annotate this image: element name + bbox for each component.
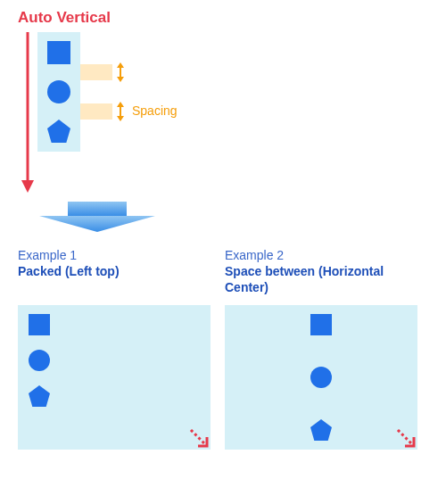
- svg-marker-3: [117, 62, 124, 68]
- svg-marker-9: [39, 216, 155, 232]
- example-title: Packed (Left top): [18, 264, 211, 296]
- svg-marker-6: [117, 102, 124, 107]
- pentagon-shape-icon: [47, 120, 70, 143]
- spacing-arrow-icon: [114, 62, 127, 82]
- top-diagram: Spacing: [18, 32, 428, 193]
- example-title: Space between (Horizontal Center): [225, 264, 417, 296]
- vertical-auto-box: [37, 32, 80, 152]
- svg-marker-1: [21, 180, 34, 193]
- transition-arrow-down-icon: [39, 202, 155, 232]
- spacing-label: Spacing: [132, 103, 178, 118]
- square-shape-icon: [47, 41, 70, 64]
- spacing-bar: [80, 64, 112, 80]
- svg-line-11: [398, 430, 414, 446]
- resize-handle-arrow-icon: [392, 425, 423, 455]
- square-shape-icon: [310, 314, 332, 335]
- example-2: Example 2 Space between (Horizontal Cent…: [225, 248, 417, 450]
- example-panel-packed: [18, 305, 211, 450]
- spacing-annotation: Spacing: [80, 32, 196, 166]
- svg-marker-4: [117, 77, 124, 82]
- example-1: Example 1 Packed (Left top): [18, 248, 211, 450]
- pentagon-shape-icon: [29, 385, 50, 407]
- transition-arrow: [39, 202, 428, 235]
- spacing-bar: [80, 103, 112, 120]
- circle-shape-icon: [47, 80, 70, 103]
- svg-rect-8: [68, 202, 127, 216]
- example-panel-space-between: [225, 305, 417, 450]
- examples-row: Example 1 Packed (Left top) Example 2 Sp…: [18, 248, 428, 450]
- spacing-arrow-icon: [114, 102, 127, 121]
- flow-arrow-down-icon: [18, 32, 37, 193]
- circle-shape-icon: [29, 350, 50, 371]
- example-label: Example 2: [225, 248, 417, 262]
- resize-handle-arrow-icon: [186, 425, 216, 455]
- svg-line-10: [191, 430, 207, 446]
- square-shape-icon: [29, 314, 50, 335]
- pentagon-shape-icon: [310, 419, 332, 441]
- diagram-title: Auto Vertical: [18, 9, 428, 27]
- example-label: Example 1: [18, 248, 211, 262]
- circle-shape-icon: [310, 367, 332, 388]
- svg-marker-7: [117, 116, 124, 121]
